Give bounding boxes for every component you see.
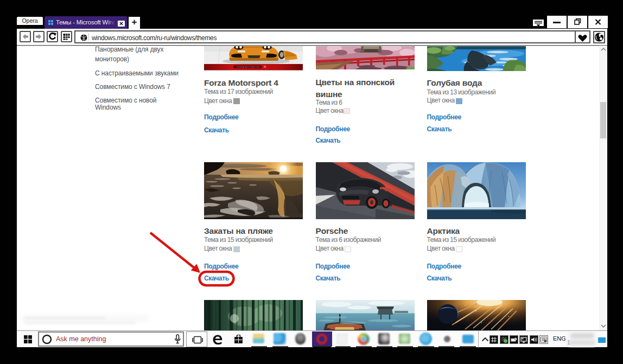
svg-text:FORZA MOTORSPORT: FORZA MOTORSPORT [237,66,260,68]
